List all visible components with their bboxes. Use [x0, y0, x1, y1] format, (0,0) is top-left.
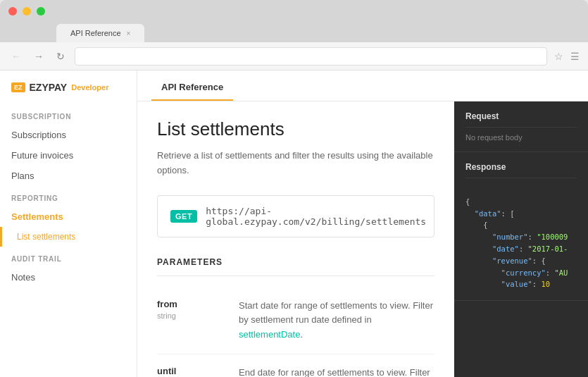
- json-preview: { "data": [ { "number": "100009 "date": …: [465, 184, 577, 290]
- maximize-button[interactable]: [37, 7, 45, 16]
- close-button[interactable]: [8, 7, 17, 16]
- right-panel: Request No request body Response { "data…: [454, 101, 588, 377]
- brand: EZ EZYPAY Developer: [0, 82, 137, 104]
- endpoint-url: https://api-global.ezypay.com/v2/billing…: [206, 206, 426, 227]
- param-link-from[interactable]: settlementDate: [239, 329, 300, 340]
- response-label: Response: [465, 162, 577, 172]
- address-input[interactable]: [75, 47, 547, 66]
- reload-button[interactable]: ↻: [54, 49, 68, 63]
- top-nav: API Reference: [137, 70, 588, 101]
- response-section: Response { "data": [ { "number": "100009…: [454, 152, 588, 301]
- main-content: List settlements Retrieve a list of sett…: [137, 101, 454, 377]
- address-bar: ← → ↻ ☆ ☰: [0, 42, 588, 70]
- back-button[interactable]: ←: [8, 49, 24, 63]
- page-description: Retrieve a list of settlements and filte…: [157, 149, 434, 178]
- sidebar-item-future-invoices[interactable]: Future invoices: [0, 145, 137, 166]
- section-reporting: REPORTING: [0, 186, 137, 206]
- brand-icon: EZ: [11, 82, 25, 92]
- browser-tab[interactable]: API Reference ×: [56, 24, 144, 42]
- param-desc-from: Start date for range of settlements to v…: [239, 299, 434, 342]
- section-audit-trail: AUDIT TRAIL: [0, 247, 137, 267]
- param-type-from: string: [157, 311, 227, 320]
- browser-chrome: API Reference × ← → ↻ ☆ ☰: [0, 0, 588, 70]
- tab-title: API Reference: [70, 29, 121, 37]
- request-section: Request No request body: [454, 101, 588, 152]
- sidebar: EZ EZYPAY Developer SUBSCRIPTION Subscri…: [0, 70, 137, 377]
- divider: [157, 276, 434, 276]
- sidebar-item-plans[interactable]: Plans: [0, 166, 137, 186]
- titlebar: [0, 0, 588, 23]
- param-row-from: from string Start date for range of sett…: [157, 288, 434, 354]
- no-request-body: No request body: [465, 133, 577, 142]
- request-divider: [465, 127, 577, 128]
- param-name-from: from: [157, 299, 227, 309]
- tab-bar: API Reference ×: [0, 23, 588, 42]
- response-divider: [465, 178, 577, 178]
- method-badge: GET: [170, 210, 197, 223]
- page-title: List settlements: [157, 118, 434, 140]
- forward-button[interactable]: →: [31, 49, 46, 63]
- tab-close-button[interactable]: ×: [127, 30, 131, 37]
- section-subscription: SUBSCRIPTION: [0, 104, 137, 125]
- app-container: EZ EZYPAY Developer SUBSCRIPTION Subscri…: [0, 70, 588, 377]
- param-desc-until: End date for range of settlements to vie…: [239, 366, 434, 377]
- sidebar-item-list-settlements[interactable]: List settlements: [0, 227, 137, 247]
- bookmark-icon[interactable]: ☆: [554, 51, 563, 62]
- sidebar-item-settlements[interactable]: Settlements: [0, 206, 137, 227]
- minimize-button[interactable]: [23, 7, 31, 16]
- parameters-title: PARAMETERS: [157, 257, 434, 267]
- sidebar-item-subscriptions[interactable]: Subscriptions: [0, 125, 137, 145]
- request-label: Request: [465, 111, 577, 121]
- param-row-until: until string End date for range of settl…: [157, 354, 434, 377]
- brand-name: EZYPAY: [30, 82, 68, 93]
- sidebar-item-notes[interactable]: Notes: [0, 267, 137, 288]
- brand-sub: Developer: [71, 83, 108, 92]
- menu-icon[interactable]: ☰: [570, 51, 580, 62]
- param-name-until: until: [157, 366, 227, 376]
- tab-api-reference[interactable]: API Reference: [151, 75, 233, 101]
- endpoint-box: GET https://api-global.ezypay.com/v2/bil…: [157, 195, 434, 237]
